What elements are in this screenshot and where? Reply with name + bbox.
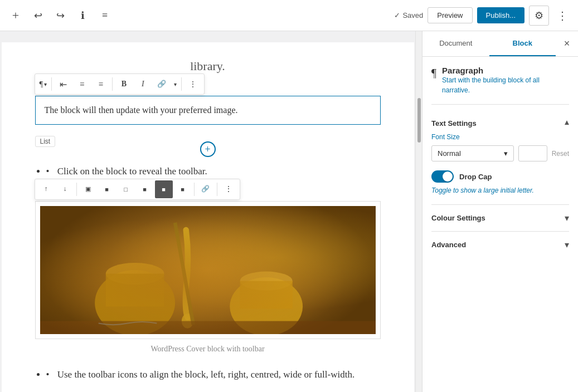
image-move-down-button[interactable]: ↓ bbox=[56, 180, 74, 198]
publish-button[interactable]: Publish... bbox=[477, 7, 524, 23]
image-right-align-button[interactable]: ■ bbox=[136, 180, 154, 198]
paragraph-type-dropdown[interactable]: ¶ ▾ bbox=[37, 80, 50, 89]
image-center-align-button[interactable]: □ bbox=[117, 180, 135, 198]
more-formats-dropdown[interactable]: ▾ bbox=[172, 81, 179, 87]
link-icon: 🔗 bbox=[157, 80, 166, 89]
paragraph-subtitle: Start with the building block of all nar… bbox=[442, 75, 569, 95]
topbar-right: ✓ Saved Preview Publish... ⚙ ⋮ bbox=[394, 6, 571, 26]
block-text-content: The block will then update with your pre… bbox=[45, 103, 371, 117]
redo-icon: ↪ bbox=[56, 9, 65, 22]
dropdown-arrow: ▾ bbox=[44, 81, 47, 87]
font-size-row: Normal ▾ Reset bbox=[431, 145, 569, 161]
separator-2 bbox=[112, 77, 113, 91]
panel-tabs: Document Block × bbox=[422, 31, 578, 57]
editor-content: library. ¶ ▾ ⇤ ≡ bbox=[2, 42, 414, 392]
preview-button[interactable]: Preview bbox=[428, 7, 472, 23]
align-right-icon: ≡ bbox=[99, 80, 103, 89]
panel-close-button[interactable]: × bbox=[556, 31, 578, 56]
image-link-button[interactable]: 🔗 bbox=[197, 180, 215, 198]
separator-3 bbox=[181, 77, 182, 91]
font-size-value: Normal bbox=[438, 149, 461, 158]
cover-image bbox=[40, 206, 376, 334]
drop-cap-row: Drop Cap bbox=[431, 170, 569, 183]
image-block[interactable] bbox=[35, 201, 381, 339]
drop-cap-label: Drop Cap bbox=[459, 173, 492, 181]
more-formats-icon: ▾ bbox=[174, 81, 177, 87]
image-caption: WordPress Cover block with toolbar bbox=[35, 345, 381, 354]
toggle-knob bbox=[443, 171, 453, 182]
list-item: Click on the block to reveal the toolbar… bbox=[46, 164, 381, 179]
block-toolbar: ¶ ▾ ⇤ ≡ ≡ B bbox=[35, 74, 205, 95]
align-left-button[interactable]: ⇤ bbox=[54, 75, 72, 93]
tab-document[interactable]: Document bbox=[422, 31, 489, 56]
paragraph-info: Paragraph Start with the building block … bbox=[442, 66, 569, 95]
library-text: library. bbox=[35, 59, 381, 74]
chevron-up-icon: ▾ bbox=[565, 118, 569, 129]
gear-icon: ⚙ bbox=[535, 9, 543, 22]
text-settings-section: Text Settings ▾ Font Size Normal ▾ Reset bbox=[431, 111, 569, 195]
font-size-input[interactable] bbox=[518, 145, 547, 161]
info-button[interactable]: ℹ bbox=[74, 7, 91, 24]
bold-icon: B bbox=[122, 80, 127, 89]
link-button[interactable]: 🔗 bbox=[153, 75, 171, 93]
colour-settings-section[interactable]: Colour Settings ▾ bbox=[431, 204, 569, 231]
menu-button[interactable]: ≡ bbox=[96, 7, 114, 24]
menu-icon: ≡ bbox=[102, 9, 108, 21]
dots-icon: ⋮ bbox=[557, 9, 568, 22]
italic-button[interactable]: I bbox=[134, 75, 152, 93]
drop-cap-toggle[interactable] bbox=[431, 170, 454, 183]
saved-status: ✓ Saved bbox=[394, 11, 423, 19]
bold-button[interactable]: B bbox=[115, 75, 133, 93]
align-left-icon: ⇤ bbox=[60, 79, 66, 90]
plus-icon: + bbox=[205, 144, 210, 154]
image-full-button[interactable]: ▣ bbox=[79, 180, 97, 198]
close-icon: × bbox=[564, 38, 570, 50]
image-wide-button[interactable]: ■ bbox=[155, 180, 173, 198]
undo-button[interactable]: ↩ bbox=[29, 7, 47, 24]
image-more-button[interactable]: ⋮ bbox=[220, 180, 237, 198]
dropdown-arrow-icon: ▾ bbox=[504, 149, 508, 158]
more-options-block-button[interactable]: ⋮ bbox=[184, 75, 202, 93]
image-left-align-button[interactable]: ■ bbox=[98, 180, 116, 198]
tab-block[interactable]: Block bbox=[489, 31, 556, 56]
image-move-up-button[interactable]: ↑ bbox=[37, 180, 55, 198]
img-sep-1 bbox=[76, 183, 77, 196]
font-size-dropdown[interactable]: Normal ▾ bbox=[431, 145, 514, 161]
text-settings-title: Text Settings bbox=[431, 119, 477, 128]
check-icon: ✓ bbox=[394, 11, 400, 19]
align-center-icon: ≡ bbox=[80, 80, 84, 89]
align-center-button[interactable]: ≡ bbox=[73, 75, 91, 93]
right-panel: Document Block × ¶ Paragraph Start with … bbox=[422, 31, 578, 392]
add-block-button[interactable]: + bbox=[7, 7, 25, 24]
divider-1 bbox=[431, 104, 569, 105]
text-block[interactable]: The block will then update with your pre… bbox=[35, 96, 381, 125]
main-layout: library. ¶ ▾ ⇤ ≡ bbox=[0, 31, 578, 392]
image-overlay bbox=[40, 206, 376, 334]
img-sep-3 bbox=[217, 183, 217, 196]
image-block-wrapper: ↑ ↓ ▣ ■ □ ■ ■ ■ 🔗 ⋮ bbox=[35, 201, 381, 354]
drop-cap-description: Toggle to show a large initial letter. bbox=[431, 186, 569, 195]
advanced-chevron-icon: ▾ bbox=[565, 239, 569, 250]
advanced-section[interactable]: Advanced ▾ bbox=[431, 231, 569, 258]
scroll-thumb[interactable] bbox=[417, 98, 421, 143]
align-right-button[interactable]: ≡ bbox=[92, 75, 110, 93]
info-icon: ℹ bbox=[81, 9, 85, 22]
img-sep-2 bbox=[194, 183, 195, 196]
scroll-track[interactable] bbox=[415, 31, 422, 392]
paragraph-title: Paragraph bbox=[442, 66, 569, 75]
reset-button[interactable]: Reset bbox=[552, 150, 569, 158]
bullet-list-2: Use the toolbar icons to align the block… bbox=[35, 367, 381, 382]
paragraph-header: ¶ Paragraph Start with the building bloc… bbox=[431, 66, 569, 95]
settings-button[interactable]: ⚙ bbox=[529, 6, 549, 26]
redo-button[interactable]: ↪ bbox=[51, 7, 69, 24]
more-options-button[interactable]: ⋮ bbox=[553, 7, 571, 24]
topbar: + ↩ ↪ ℹ ≡ ✓ Saved Preview Publish... ⚙ ⋮ bbox=[0, 0, 578, 31]
text-settings-header[interactable]: Text Settings ▾ bbox=[431, 111, 569, 133]
add-block-button-inline[interactable]: + bbox=[200, 141, 216, 157]
image-full-width-button[interactable]: ■ bbox=[174, 180, 192, 198]
topbar-left: + ↩ ↪ ℹ ≡ bbox=[7, 7, 114, 24]
editor-area[interactable]: library. ¶ ▾ ⇤ ≡ bbox=[0, 31, 415, 392]
list-item-2: Use the toolbar icons to align the block… bbox=[46, 367, 381, 382]
italic-icon: I bbox=[142, 80, 144, 89]
bullet-list: Click on the block to reveal the toolbar… bbox=[35, 164, 381, 179]
